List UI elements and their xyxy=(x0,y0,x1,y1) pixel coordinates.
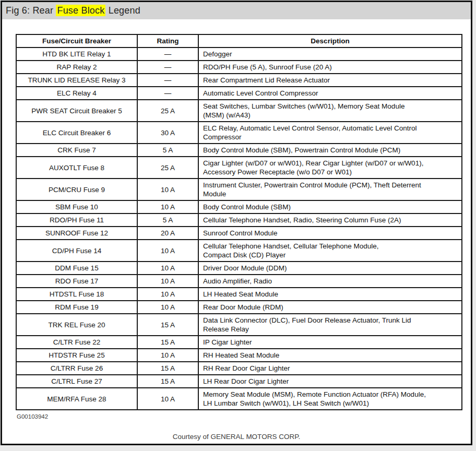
table-row: HTDSTL Fuse 18 10 A LH Heated Seat Modul… xyxy=(16,288,462,301)
description-cell: Audio Amplifier, Radio xyxy=(198,275,462,288)
description-cell: Sunroof Control Module xyxy=(198,227,462,240)
description-cell: RH Heated Seat Module xyxy=(198,349,462,362)
table-row: TRK REL Fuse 20 15 A Data Link Connector… xyxy=(16,314,462,336)
figure-code: G00103942 xyxy=(17,413,471,420)
figure-title-bar: Fig 6: Rear Fuse Block Legend xyxy=(2,2,471,19)
table-row: AUXOTLT Fuse 8 25 A Cigar Lighter (w/D07… xyxy=(16,157,462,179)
description-cell: Cellular Telephone Handset, Radio, Steer… xyxy=(198,213,462,227)
table-row: C/LTRL Fuse 27 15 A LH Rear Door Cigar L… xyxy=(16,375,462,388)
table-row: CRK Fuse 7 5 A Body Control Module (SBM)… xyxy=(16,144,462,157)
description-cell: Memory Seat Module (MSM), Remote Functio… xyxy=(198,388,462,410)
fuse-cell: DDM Fuse 15 xyxy=(16,262,137,275)
fuse-cell: HTD BK LITE Relay 1 xyxy=(16,48,137,61)
fuse-cell: MEM/RFA Fuse 28 xyxy=(16,388,137,410)
fuse-cell: RDO/PH Fuse 11 xyxy=(16,213,137,227)
header-rating: Rating xyxy=(137,34,198,48)
rating-cell: 5 A xyxy=(137,213,198,227)
header-description: Description xyxy=(198,34,462,48)
description-cell: Rear Compartment Lid Release Actuator xyxy=(198,74,462,87)
rating-cell: 10 A xyxy=(137,262,198,275)
fuse-cell: C/LTRL Fuse 27 xyxy=(16,375,137,388)
rating-cell: — xyxy=(137,61,198,74)
rating-cell: 10 A xyxy=(137,200,198,213)
table-row: MEM/RFA Fuse 28 10 A Memory Seat Module … xyxy=(16,388,462,410)
rating-cell: — xyxy=(137,74,198,87)
fuse-table-body: HTD BK LITE Relay 1 — Defogger RAP Relay… xyxy=(16,48,462,410)
fuse-cell: SUNROOF Fuse 12 xyxy=(16,227,137,240)
rating-cell: — xyxy=(137,87,198,100)
rating-cell: 25 A xyxy=(137,100,198,122)
description-cell: Rear Door Module (RDM) xyxy=(198,301,462,314)
fuse-table-container: Fuse/Circuit Breaker Rating Description … xyxy=(16,34,471,410)
rating-cell: 20 A xyxy=(137,227,198,240)
description-cell: RH Rear Door Cigar Lighter xyxy=(198,362,462,375)
table-row: RDO/PH Fuse 11 5 A Cellular Telephone Ha… xyxy=(16,213,462,227)
fuse-cell: CD/PH Fuse 14 xyxy=(16,240,137,262)
rating-cell: 5 A xyxy=(137,144,198,157)
table-row: SBM Fuse 10 10 A Body Control Module (SB… xyxy=(16,200,462,213)
rating-cell: 10 A xyxy=(137,301,198,314)
fuse-cell: CRK Fuse 7 xyxy=(16,144,137,157)
rating-cell: 10 A xyxy=(137,288,198,301)
table-row: RAP Relay 2 — RDO/PH Fuse (5 A), Sunroof… xyxy=(16,61,462,74)
table-row: HTD BK LITE Relay 1 — Defogger xyxy=(16,48,462,61)
table-row: RDM Fuse 19 10 A Rear Door Module (RDM) xyxy=(16,301,462,314)
title-highlight: Fuse Block xyxy=(56,5,105,16)
courtesy-note: Courtesy of GENERAL MOTORS CORP. xyxy=(2,433,471,441)
title-suffix: Legend xyxy=(105,5,140,16)
description-cell: IP Cigar Lighter xyxy=(198,336,462,349)
rating-cell: 30 A xyxy=(137,122,198,144)
rating-cell: 10 A xyxy=(137,240,198,262)
rating-cell: 10 A xyxy=(137,388,198,410)
table-row: ELC Circuit Breaker 6 30 A ELC Relay, Au… xyxy=(16,122,462,144)
description-cell: RDO/PH Fuse (5 A), Sunroof Fuse (20 A) xyxy=(198,61,462,74)
header-row: Fuse/Circuit Breaker Rating Description xyxy=(16,34,462,48)
description-cell: Seat Switches, Lumbar Switches (w/W01), … xyxy=(198,100,462,122)
fuse-cell: ELC Relay 4 xyxy=(16,87,137,100)
rating-cell: 25 A xyxy=(137,157,198,179)
fuse-cell: RDO Fuse 17 xyxy=(16,275,137,288)
fuse-cell: HTDSTL Fuse 18 xyxy=(16,288,137,301)
fuse-legend-table: Fuse/Circuit Breaker Rating Description … xyxy=(16,34,462,410)
figure-title: Fig 6: Rear Fuse Block Legend xyxy=(6,5,140,16)
fuse-cell: C/LTR Fuse 22 xyxy=(16,336,137,349)
rating-cell: 10 A xyxy=(137,275,198,288)
table-row: TRUNK LID RELEASE Relay 3 — Rear Compart… xyxy=(16,74,462,87)
table-row: DDM Fuse 15 10 A Driver Door Module (DDM… xyxy=(16,262,462,275)
fuse-cell: AUXOTLT Fuse 8 xyxy=(16,157,137,179)
fuse-cell: TRUNK LID RELEASE Relay 3 xyxy=(16,74,137,87)
table-row: C/LTR Fuse 22 15 A IP Cigar Lighter xyxy=(16,336,462,349)
description-cell: Cigar Lighter (w/D07 or w/W01), Rear Cig… xyxy=(198,157,462,179)
rating-cell: — xyxy=(137,48,198,61)
table-row: CD/PH Fuse 14 10 A Cellular Telephone Ha… xyxy=(16,240,462,262)
fuse-cell: RAP Relay 2 xyxy=(16,61,137,74)
description-cell: Instrument Cluster, Powertrain Control M… xyxy=(198,179,462,200)
rating-cell: 15 A xyxy=(137,375,198,388)
table-row: PWR SEAT Circuit Breaker 5 25 A Seat Swi… xyxy=(16,100,462,122)
table-row: HTDSTR Fuse 25 10 A RH Heated Seat Modul… xyxy=(16,349,462,362)
table-row: PCM/CRU Fuse 9 10 A Instrument Cluster, … xyxy=(16,179,462,200)
fuse-cell: C/LTRR Fuse 26 xyxy=(16,362,137,375)
rating-cell: 15 A xyxy=(137,314,198,336)
table-row: C/LTRR Fuse 26 15 A RH Rear Door Cigar L… xyxy=(16,362,462,375)
description-cell: Body Control Module (SBM), Powertrain Co… xyxy=(198,144,462,157)
description-cell: ELC Relay, Automatic Level Control Senso… xyxy=(198,122,462,144)
fuse-cell: ELC Circuit Breaker 6 xyxy=(16,122,137,144)
description-cell: Defogger xyxy=(198,48,462,61)
title-prefix: Fig 6: Rear xyxy=(6,5,56,16)
description-cell: LH Heated Seat Module xyxy=(198,288,462,301)
rating-cell: 15 A xyxy=(137,336,198,349)
fuse-cell: PWR SEAT Circuit Breaker 5 xyxy=(16,100,137,122)
description-cell: Body Control Module (SBM) xyxy=(198,200,462,213)
fuse-cell: RDM Fuse 19 xyxy=(16,301,137,314)
fuse-cell: TRK REL Fuse 20 xyxy=(16,314,137,336)
table-row: SUNROOF Fuse 12 20 A Sunroof Control Mod… xyxy=(16,227,462,240)
description-cell: Data Link Connector (DLC), Fuel Door Rel… xyxy=(198,314,462,336)
description-cell: Driver Door Module (DDM) xyxy=(198,262,462,275)
fuse-cell: PCM/CRU Fuse 9 xyxy=(16,179,137,200)
table-row: ELC Relay 4 — Automatic Level Control Co… xyxy=(16,87,462,100)
table-row: RDO Fuse 17 10 A Audio Amplifier, Radio xyxy=(16,275,462,288)
description-cell: LH Rear Door Cigar Lighter xyxy=(198,375,462,388)
document-page: Fig 6: Rear Fuse Block Legend Fuse/Circu… xyxy=(1,1,472,445)
fuse-cell: SBM Fuse 10 xyxy=(16,200,137,213)
